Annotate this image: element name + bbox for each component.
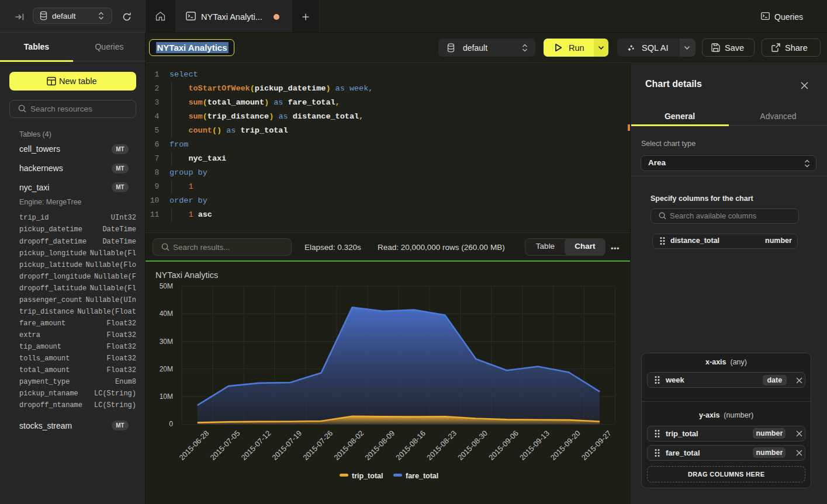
svg-text:2015-09-06: 2015-09-06 bbox=[487, 429, 520, 462]
svg-text:30M: 30M bbox=[160, 338, 173, 346]
svg-text:20M: 20M bbox=[160, 365, 173, 373]
svg-text:2015-07-26: 2015-07-26 bbox=[301, 429, 334, 462]
svg-text:40M: 40M bbox=[160, 310, 173, 318]
svg-text:2015-09-13: 2015-09-13 bbox=[518, 429, 551, 462]
svg-text:2015-09-27: 2015-09-27 bbox=[580, 429, 613, 462]
svg-text:fare_total: fare_total bbox=[406, 472, 438, 480]
svg-text:NYTaxi Analytics: NYTaxi Analytics bbox=[155, 270, 218, 280]
svg-text:2015-08-16: 2015-08-16 bbox=[394, 429, 427, 462]
svg-text:2015-08-09: 2015-08-09 bbox=[363, 429, 396, 462]
svg-text:trip_total: trip_total bbox=[352, 472, 383, 480]
svg-text:2015-07-05: 2015-07-05 bbox=[208, 429, 241, 462]
svg-text:2015-08-30: 2015-08-30 bbox=[456, 429, 489, 462]
svg-text:2015-07-12: 2015-07-12 bbox=[239, 429, 272, 462]
svg-text:0: 0 bbox=[169, 420, 173, 428]
svg-text:2015-08-02: 2015-08-02 bbox=[332, 429, 365, 462]
svg-text:10M: 10M bbox=[160, 392, 173, 401]
svg-text:2015-06-28: 2015-06-28 bbox=[177, 429, 210, 462]
svg-text:50M: 50M bbox=[160, 282, 173, 290]
svg-text:2015-08-23: 2015-08-23 bbox=[425, 429, 458, 462]
svg-text:2015-07-19: 2015-07-19 bbox=[270, 429, 303, 462]
svg-text:2015-09-20: 2015-09-20 bbox=[549, 429, 582, 462]
